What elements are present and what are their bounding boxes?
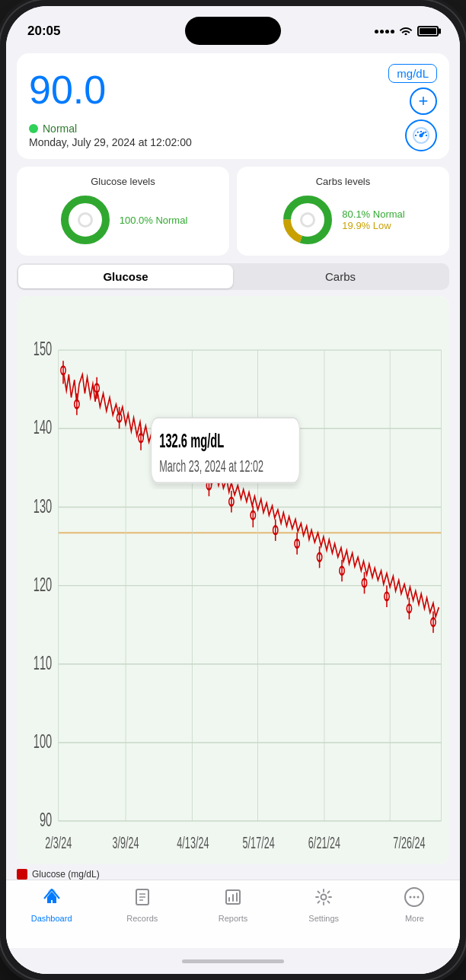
status-row: Normal Monday, July 29, 2024 at 12:02:00 (29, 119, 437, 151)
home-bar (182, 959, 284, 963)
glucose-donut-legend: 100.0% Normal (120, 215, 188, 226)
dashboard-icon (41, 886, 62, 911)
svg-text:140: 140 (34, 416, 53, 438)
dynamic-island (185, 17, 281, 45)
tab-settings-label: Settings (308, 914, 339, 923)
tab-dashboard[interactable]: Dashboard (6, 886, 97, 948)
tab-bar: Dashboard Records Reports (6, 880, 460, 948)
phone-inner: 20:05 90.0 (6, 6, 460, 974)
tab-settings[interactable]: Settings (279, 886, 369, 948)
segment-control: Glucose Carbs (17, 263, 449, 290)
signal-icon (375, 30, 394, 33)
tab-reports[interactable]: Reports (187, 886, 278, 948)
chart-legend: Glucose (mg/dL) (17, 869, 449, 880)
main-card: 90.0 mg/dL + Normal Monday, July 29, 202… (17, 53, 449, 159)
segment-glucose[interactable]: Glucose (18, 265, 233, 288)
svg-text:March 23, 2024 at 12:02: March 23, 2024 at 12:02 (159, 457, 263, 476)
svg-text:2/3/24: 2/3/24 (45, 833, 72, 851)
status-icons (375, 25, 439, 37)
glucose-row: 90.0 mg/dL + (29, 64, 437, 115)
legend-rect-icon (17, 869, 27, 880)
tab-more-label: More (405, 914, 424, 923)
glucose-donut-card: Glucose levels 100.0% Normal (17, 167, 229, 256)
svg-text:5/17/24: 5/17/24 (243, 833, 275, 851)
svg-text:150: 150 (34, 338, 53, 359)
svg-point-0 (420, 135, 423, 137)
glucose-right: mg/dL + (388, 64, 437, 115)
svg-text:110: 110 (34, 652, 53, 673)
carbs-donut-card: Carbs levels 80. (237, 167, 449, 256)
carbs-donut-legend: 80.1% Normal 19.9% Low (342, 208, 404, 231)
date-text: Monday, July 29, 2024 at 12:02:00 (29, 136, 192, 148)
chart-container[interactable]: 150 140 130 120 110 100 90 2/3/24 3/9/24… (17, 296, 449, 864)
app-content: 90.0 mg/dL + Normal Monday, July 29, 202… (6, 46, 460, 974)
reports-icon (222, 886, 244, 911)
normal-badge: Normal (29, 123, 192, 135)
segment-carbs[interactable]: Carbs (233, 265, 448, 288)
tab-records-label: Records (126, 914, 158, 923)
tab-reports-label: Reports (219, 914, 248, 923)
home-indicator (6, 948, 460, 974)
unit-badge: mg/dL (388, 64, 437, 83)
settings-icon (313, 886, 334, 911)
carbs-donut-title: Carbs levels (316, 176, 371, 187)
phone-frame: 20:05 90.0 (0, 0, 466, 980)
status-left: Normal Monday, July 29, 2024 at 12:02:00 (29, 123, 192, 148)
donut-row: Glucose levels 100.0% Normal (17, 167, 449, 256)
svg-text:120: 120 (34, 574, 53, 595)
svg-point-93 (417, 896, 420, 899)
tab-dashboard-label: Dashboard (31, 914, 72, 923)
svg-text:100: 100 (34, 730, 53, 752)
svg-point-89 (321, 895, 327, 900)
carbs-donut-inner: 80.1% Normal 19.9% Low (281, 193, 404, 247)
svg-point-91 (410, 896, 412, 899)
svg-point-5 (80, 215, 91, 225)
svg-text:3/9/24: 3/9/24 (113, 833, 139, 851)
svg-point-92 (413, 896, 416, 899)
glucose-chart: 150 140 130 120 110 100 90 2/3/24 3/9/24… (17, 296, 449, 864)
carbs-donut-chart (281, 193, 334, 247)
svg-text:90: 90 (40, 809, 52, 830)
glucose-donut-title: Glucose levels (91, 176, 155, 187)
svg-text:7/26/24: 7/26/24 (393, 833, 425, 851)
glucose-donut-inner: 100.0% Normal (59, 193, 188, 247)
glucose-normal-label: 100.0% Normal (120, 215, 188, 226)
green-dot-icon (29, 124, 38, 133)
carbs-normal-label: 80.1% Normal (342, 208, 404, 220)
svg-point-11 (302, 215, 313, 225)
legend-label: Glucose (mg/dL) (32, 869, 100, 880)
svg-text:132.6 mg/dL: 132.6 mg/dL (159, 430, 224, 451)
glucose-value: 90.0 (29, 70, 106, 110)
tab-more[interactable]: More (369, 886, 460, 948)
svg-text:6/21/24: 6/21/24 (308, 833, 340, 851)
records-icon (132, 886, 153, 911)
add-button[interactable]: + (410, 88, 437, 115)
carbs-low-label: 19.9% Low (342, 220, 404, 231)
battery-icon (417, 26, 439, 37)
wifi-icon (399, 25, 413, 37)
glucose-donut-chart (59, 193, 112, 247)
gauge-button[interactable] (405, 119, 437, 151)
svg-text:4/13/24: 4/13/24 (177, 833, 209, 851)
tab-records[interactable]: Records (97, 886, 187, 948)
status-time: 20:05 (27, 24, 60, 39)
normal-label: Normal (43, 123, 77, 135)
more-icon (404, 886, 425, 911)
svg-text:130: 130 (34, 495, 53, 516)
